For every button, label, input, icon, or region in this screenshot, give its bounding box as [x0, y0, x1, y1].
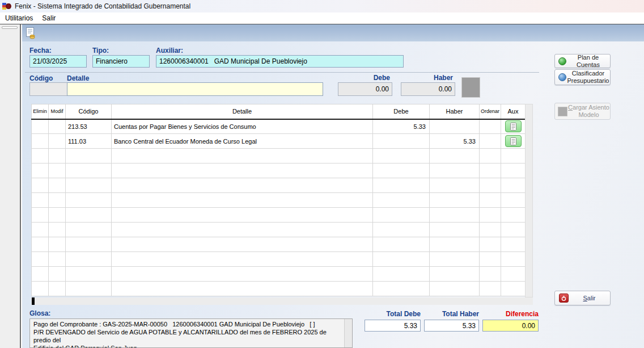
table-row-empty: [32, 163, 526, 178]
total-haber-label: Total Haber: [424, 310, 479, 318]
col-modif: Modif: [49, 104, 66, 119]
menu-salir[interactable]: Salir: [41, 14, 57, 23]
table-row-empty: [32, 208, 526, 223]
fecha-field[interactable]: 21/03/2025: [29, 55, 87, 68]
cell-codigo[interactable]: 111.03: [66, 134, 112, 149]
table-row-empty: [32, 282, 526, 296]
app-icon: [2, 2, 11, 11]
glosa-scrollbar[interactable]: [344, 319, 352, 347]
table-row-empty: [32, 252, 526, 267]
fenix-window: Fenix - Sistema Integrado de Contabilida…: [0, 0, 644, 348]
auxiliar-field[interactable]: 1260006340001 GAD Municipal De Pueblovie…: [156, 55, 404, 68]
cell-haber[interactable]: 5.33: [430, 134, 480, 149]
total-debe-label: Total Debe: [365, 310, 421, 318]
haber-entry-field: 0.00: [401, 82, 455, 96]
cell-debe[interactable]: [373, 134, 430, 149]
clasificador-presupuestario-button[interactable]: Clasificador Presupuestario: [554, 69, 611, 85]
grid-horizontal-scrollbar[interactable]: [31, 297, 533, 305]
grid-vertical-scrollbar[interactable]: [525, 104, 533, 297]
table-row[interactable]: 213.53 Cuentas por Pagar Bienes y Servic…: [32, 119, 526, 134]
diferencia-field: 0.00: [482, 320, 539, 332]
col-haber: Haber: [430, 104, 480, 119]
total-debe-field: 5.33: [365, 320, 421, 332]
col-debe: Debe: [373, 104, 430, 119]
haber-entry-label: Haber: [401, 74, 453, 82]
glosa-textarea[interactable]: Pago del Comprobante : GAS-2025-MAR-0005…: [29, 318, 353, 348]
total-haber-field: 5.33: [424, 320, 479, 332]
grid-header-row: Elimin Modif Código Detalle Debe Haber O…: [32, 104, 526, 119]
left-dock-panel: [0, 24, 21, 348]
gray-square-icon: [558, 107, 567, 116]
separator-line: [25, 72, 539, 73]
cargar-asiento-modelo-button: Cargar Asiento Modelo: [554, 103, 611, 120]
cell-detalle[interactable]: Banco Central del Ecuador Moneda de Curs…: [112, 134, 373, 149]
col-codigo: Código: [66, 104, 112, 119]
cell-detalle[interactable]: Cuentas por Pagar Bienes y Servicios de …: [112, 119, 373, 134]
notes-icon: [510, 123, 516, 131]
new-document-icon[interactable]: [26, 27, 36, 39]
green-ball-icon: [558, 57, 566, 65]
menu-utilitarios[interactable]: Utilitarios: [4, 14, 34, 23]
table-row-empty: [32, 178, 526, 193]
table-row[interactable]: 111.03 Banco Central del Ecuador Moneda …: [32, 134, 526, 149]
table-row-empty: [32, 223, 526, 237]
aux-button[interactable]: [505, 135, 522, 147]
power-icon: [559, 294, 569, 303]
cell-codigo[interactable]: 213.53: [66, 119, 112, 134]
menu-bar: Utilitarios Salir: [0, 12, 644, 24]
notes-icon: [510, 137, 516, 145]
col-aux: Aux: [501, 104, 526, 119]
cell-haber[interactable]: [430, 119, 480, 134]
tipo-label: Tipo:: [92, 47, 109, 54]
col-elimin: Elimin: [32, 104, 49, 119]
detalle-entry-field[interactable]: [67, 82, 323, 96]
table-row-empty: [32, 193, 526, 208]
col-detalle: Detalle: [112, 104, 373, 119]
table-row-empty: [32, 237, 526, 252]
cell-debe[interactable]: 5.33: [373, 119, 430, 134]
salir-button[interactable]: Salir: [554, 291, 611, 305]
diferencia-label: Diferencia: [482, 310, 539, 318]
aux-button[interactable]: [505, 120, 522, 132]
plan-de-cuentas-button[interactable]: Plan de Cuentas: [554, 54, 611, 68]
codigo-entry-label: Código: [29, 74, 53, 82]
debe-entry-label: Debe: [338, 74, 390, 82]
scrollbar-thumb[interactable]: [32, 297, 35, 305]
blue-ball-icon: [558, 73, 566, 81]
title-bar: Fenix - Sistema Integrado de Contabilida…: [0, 0, 644, 12]
glosa-label: Glosa:: [29, 309, 50, 317]
detalle-entry-label: Detalle: [67, 74, 89, 82]
fecha-label: Fecha:: [29, 47, 52, 54]
splitter-grip[interactable]: [2, 26, 18, 29]
tipo-field[interactable]: Financiero: [92, 55, 150, 68]
table-row-empty: [32, 267, 526, 282]
color-indicator-button[interactable]: [461, 77, 480, 98]
toolbar: [22, 24, 644, 41]
col-ordenar: Ordenar: [480, 104, 501, 119]
asiento-grid: Elimin Modif Código Detalle Debe Haber O…: [31, 104, 526, 296]
debe-entry-field: 0.00: [338, 82, 392, 96]
window-title: Fenix - Sistema Integrado de Contabilida…: [15, 2, 190, 10]
auxiliar-label: Auxiliar:: [156, 47, 183, 54]
glosa-text: Pago del Comprobante : GAS-2025-MAR-0005…: [30, 319, 344, 347]
table-row-empty: [32, 149, 526, 163]
